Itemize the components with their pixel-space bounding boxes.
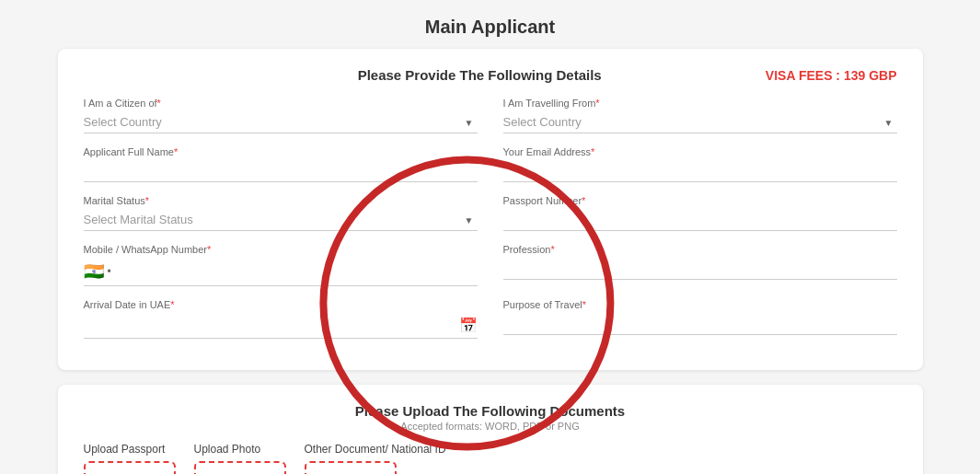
upload-passport-item: Upload Passport 📄 (84, 443, 176, 474)
full-name-input[interactable] (84, 160, 478, 182)
profession-label: Profession* (503, 244, 897, 255)
mobile-group: Mobile / WhatsApp Number* 🇮🇳 • (84, 244, 478, 286)
upload-card: Please Upload The Following Documents Ac… (58, 385, 923, 474)
profession-required: * (550, 244, 554, 255)
email-label: Your Email Address* (503, 146, 897, 157)
passport-label: Passport Number* (503, 195, 897, 206)
arrival-required: * (170, 299, 174, 310)
phone-row: 🇮🇳 • (84, 258, 478, 286)
purpose-required: * (582, 299, 586, 310)
full-name-group: Applicant Full Name* (84, 146, 478, 182)
india-flag-icon: 🇮🇳 (84, 261, 104, 282)
citizen-group: I Am a Citizen of* Select Country ▼ (84, 98, 478, 133)
mobile-input[interactable] (117, 265, 478, 279)
card-header-title: Please Provide The Following Details (194, 67, 766, 83)
upload-photo-box[interactable]: 🖼️ (194, 461, 286, 474)
travelling-select-wrapper: Select Country ▼ (503, 111, 897, 133)
full-name-required: * (174, 146, 178, 157)
phone-dot: • (108, 265, 111, 278)
marital-group: Marital Status* Select Marital Status ▼ (84, 195, 478, 231)
upload-card-header: Please Upload The Following Documents Ac… (84, 403, 897, 432)
date-row: 📅 (84, 313, 478, 339)
email-group: Your Email Address* (503, 146, 897, 182)
upload-other-box[interactable]: 📋 (305, 461, 397, 474)
details-card: Please Provide The Following Details VIS… (58, 49, 923, 370)
arrival-input[interactable] (84, 318, 459, 332)
upload-passport-box[interactable]: 📄 (84, 461, 176, 474)
upload-passport-label: Upload Passport (84, 443, 166, 456)
citizen-required: * (157, 98, 161, 109)
calendar-icon[interactable]: 📅 (459, 317, 478, 334)
marital-select-wrapper: Select Marital Status ▼ (84, 209, 478, 231)
upload-title: Please Upload The Following Documents (84, 403, 897, 419)
citizen-label: I Am a Citizen of* (84, 98, 478, 109)
travelling-required: * (595, 98, 599, 109)
purpose-group: Purpose of Travel* (503, 299, 897, 339)
purpose-input[interactable] (503, 313, 897, 335)
email-input[interactable] (503, 160, 897, 182)
passport-group: Passport Number* (503, 195, 897, 231)
passport-input[interactable] (503, 209, 897, 231)
visa-fees: VISA FEES : 139 GBP (766, 68, 897, 83)
card-header: Please Provide The Following Details VIS… (84, 67, 897, 83)
upload-other-item: Other Document/ National ID 📋 (305, 443, 446, 474)
form-grid: I Am a Citizen of* Select Country ▼ I Am… (84, 98, 897, 352)
travelling-group: I Am Travelling From* Select Country ▼ (503, 98, 897, 133)
page-title: Main Applicant (0, 0, 980, 49)
upload-photo-item: Upload Photo 🖼️ (194, 443, 286, 474)
upload-subtitle: Accepted formats: WORD, PDF or PNG (84, 421, 897, 432)
upload-grid: Upload Passport 📄 Upload Photo 🖼️ Other … (84, 443, 897, 474)
passport-required: * (582, 195, 585, 206)
arrival-group: Arrival Date in UAE* 📅 (84, 299, 478, 339)
mobile-label: Mobile / WhatsApp Number* (84, 244, 478, 255)
profession-group: Profession* (503, 244, 897, 286)
full-name-label: Applicant Full Name* (84, 146, 478, 157)
arrival-label: Arrival Date in UAE* (84, 299, 478, 310)
purpose-label: Purpose of Travel* (503, 299, 897, 310)
citizen-select[interactable]: Select Country (84, 111, 478, 133)
upload-other-label: Other Document/ National ID (305, 443, 446, 456)
marital-select[interactable]: Select Marital Status (84, 209, 478, 231)
travelling-select[interactable]: Select Country (503, 111, 897, 133)
citizen-select-wrapper: Select Country ▼ (84, 111, 478, 133)
travelling-label: I Am Travelling From* (503, 98, 897, 109)
mobile-required: * (207, 244, 211, 255)
email-required: * (591, 146, 594, 157)
profession-input[interactable] (503, 258, 897, 280)
marital-required: * (145, 195, 149, 206)
marital-label: Marital Status* (84, 195, 478, 206)
upload-photo-label: Upload Photo (194, 443, 261, 456)
